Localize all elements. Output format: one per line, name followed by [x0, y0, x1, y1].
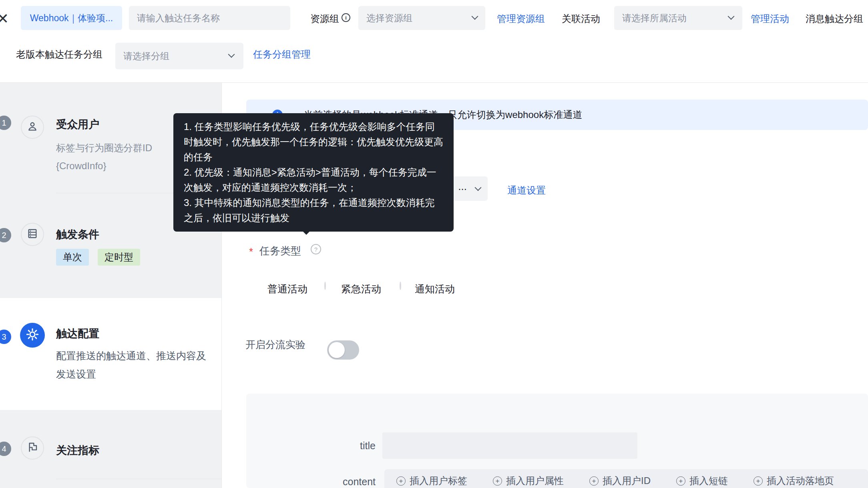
- insert-user-tag-button[interactable]: + 插入用户标签: [396, 474, 467, 487]
- tooltip-line: 2. 优先级：通知消息>紧急活动>普通活动，每个任务完成一次触发，对应的通道频控…: [184, 165, 443, 195]
- insert-user-property-button[interactable]: + 插入用户属性: [493, 474, 564, 487]
- task-type-chip[interactable]: Webhook｜体验项...: [21, 6, 122, 30]
- trigger-list-icon: [26, 227, 39, 242]
- resource-group-select-placeholder: 选择资源组: [366, 12, 412, 24]
- chevron-down-icon: [475, 184, 482, 191]
- tag-single: 单次: [56, 249, 89, 266]
- tooltip-line: 3. 其中特殊的通知消息类型的任务，在通道频控次数消耗完之后，依旧可以进行触发: [184, 195, 443, 226]
- radio-urgent-activity-label[interactable]: 紧急活动: [341, 282, 381, 296]
- close-icon[interactable]: ✕: [0, 10, 9, 27]
- gear-icon: [25, 327, 40, 343]
- step-1-description: 标签与行为圈选分群ID {CrowdInfo}: [56, 139, 174, 175]
- title-input[interactable]: [382, 432, 637, 459]
- webhook-task-editor-page: ✕ Webhook｜体验项... 资源组 i 选择资源组 管理资源组 关联活动 …: [0, 0, 868, 488]
- insert-button-label: 插入用户标签: [410, 474, 467, 487]
- step-2-tags: 单次 定时型: [56, 249, 140, 266]
- step-1-title[interactable]: 受众用户: [56, 117, 99, 132]
- channel-select-truncated-text: ...: [458, 180, 467, 193]
- insert-button-label: 插入用户ID: [603, 474, 651, 487]
- task-type-help-tooltip: 1. 任务类型影响任务优先级，任务优先级会影响多个任务同时触发时，优先触发那一个…: [173, 113, 454, 232]
- step-3-title[interactable]: 触达配置: [56, 326, 99, 341]
- content-toolbar: + 插入用户标签 + 插入用户属性 + 插入用户ID + 插入短链 + 插入活动…: [396, 474, 834, 487]
- radio-normal-activity-label[interactable]: 普通活动: [267, 282, 307, 296]
- tag-scheduled: 定时型: [98, 249, 140, 266]
- required-asterisk: *: [249, 246, 253, 258]
- insert-button-label: 插入短链: [689, 474, 728, 487]
- title-field-label: title: [328, 440, 376, 452]
- step-1-icon-circle[interactable]: [21, 116, 44, 139]
- content-field-label: content: [328, 476, 376, 488]
- channel-settings-link[interactable]: 通道设置: [507, 184, 546, 197]
- plus-circle-icon: +: [753, 476, 763, 486]
- insert-short-link-button[interactable]: + 插入短链: [676, 474, 728, 487]
- resource-group-info-icon[interactable]: i: [342, 13, 350, 22]
- step-4-icon-circle[interactable]: [21, 436, 44, 460]
- group-manage-link[interactable]: 任务分组管理: [253, 48, 311, 61]
- plus-circle-icon: +: [493, 476, 502, 486]
- manage-activity-link[interactable]: 管理活动: [751, 12, 789, 25]
- activity-select-placeholder: 请选择所属活动: [622, 12, 687, 24]
- task-name-input[interactable]: [129, 6, 290, 30]
- message-group-label: 消息触达分组: [806, 12, 863, 25]
- toggle-knob: [329, 342, 345, 358]
- step-4-title[interactable]: 关注指标: [56, 443, 99, 458]
- insert-user-id-button[interactable]: + 插入用户ID: [589, 474, 651, 487]
- plus-circle-icon: +: [589, 476, 599, 486]
- flag-icon: [26, 441, 39, 455]
- step-2-icon-circle[interactable]: [21, 223, 44, 246]
- step-2-title[interactable]: 触发条件: [56, 227, 99, 242]
- step-3-badge: 3: [0, 330, 11, 344]
- plus-circle-icon: +: [676, 476, 685, 486]
- chevron-down-icon: [472, 13, 478, 20]
- chevron-down-icon: [228, 51, 235, 58]
- legacy-group-label: 老版本触达任务分组: [16, 48, 102, 61]
- split-experiment-label: 开启分流实验: [245, 338, 305, 351]
- step-3-icon-circle[interactable]: [20, 323, 45, 348]
- task-type-label: 任务类型: [259, 244, 301, 258]
- radio-urgent-activity[interactable]: [324, 282, 326, 290]
- resource-group-select[interactable]: 选择资源组: [358, 6, 485, 30]
- tooltip-arrow: [301, 230, 311, 235]
- insert-button-label: 插入用户属性: [506, 474, 564, 487]
- split-experiment-toggle[interactable]: [327, 340, 359, 360]
- activity-select[interactable]: 请选择所属活动: [614, 6, 742, 30]
- manage-resource-group-link[interactable]: 管理资源组: [497, 12, 545, 25]
- insert-button-label: 插入活动落地页: [767, 474, 834, 487]
- resource-group-label: 资源组: [310, 12, 339, 25]
- step-3-description: 配置推送的触达通道、推送内容及发送设置: [56, 346, 210, 383]
- plus-circle-icon: +: [396, 476, 406, 486]
- legacy-group-select[interactable]: 请选择分组: [115, 43, 243, 69]
- tooltip-line: 1. 任务类型影响任务优先级，任务优先级会影响多个任务同时触发时，优先触发那一个…: [184, 119, 443, 165]
- chevron-down-icon: [728, 13, 735, 20]
- help-icon[interactable]: ?: [311, 244, 321, 254]
- radio-notification-activity[interactable]: [400, 282, 401, 290]
- step-divider: [56, 479, 221, 479]
- related-activity-label: 关联活动: [562, 12, 600, 25]
- legacy-group-select-placeholder: 请选择分组: [123, 50, 169, 62]
- radio-notification-activity-label[interactable]: 通知活动: [415, 282, 455, 296]
- user-icon: [26, 120, 39, 134]
- insert-landing-page-button[interactable]: + 插入活动落地页: [753, 474, 834, 487]
